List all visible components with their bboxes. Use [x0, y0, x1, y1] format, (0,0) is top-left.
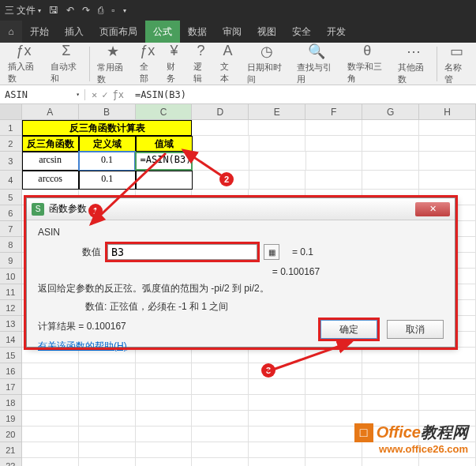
annotation-1: 1 [88, 204, 103, 218]
col-header[interactable]: A [22, 104, 79, 119]
row-header[interactable]: 14 [0, 332, 22, 348]
annotation-2: 2 [219, 172, 234, 186]
print-icon[interactable]: ⎙ [98, 5, 103, 16]
cell-a4[interactable]: arccos [22, 171, 79, 190]
formula-input[interactable]: =ASIN(B3) [130, 89, 476, 100]
select-all-corner[interactable] [0, 104, 22, 119]
param-input[interactable] [107, 244, 257, 260]
row-header[interactable]: 11 [0, 284, 22, 300]
function-description: 返回给定参数的反正弦。弧度值的范围为 -pi/2 到 pi/2。 [38, 282, 444, 295]
row-header[interactable]: 1 [0, 120, 22, 136]
math-fn-button[interactable]: θ数学和三角 [343, 43, 392, 85]
tab-insert[interactable]: 插入 [57, 21, 92, 43]
function-name: ASIN [38, 227, 444, 238]
col-header[interactable]: H [419, 104, 476, 119]
tab-layout[interactable]: 页面布局 [92, 21, 145, 43]
tab-review[interactable]: 审阅 [215, 21, 249, 43]
spreadsheet-grid[interactable]: 1 反三角函数计算表 2 反三角函数 定义域 值域 3 arcsin 0.1 =… [0, 120, 476, 190]
all-fn-button[interactable]: ƒx全部 [135, 43, 160, 85]
col-header[interactable]: B [79, 104, 136, 119]
close-button[interactable]: ✕ [415, 202, 450, 216]
cancel-formula-icon[interactable]: ✕ [92, 89, 97, 100]
row-header[interactable]: 13 [0, 316, 22, 332]
formula-result: = 0.100167 [148, 266, 444, 277]
row-header[interactable]: 7 [0, 221, 22, 237]
tab-security[interactable]: 安全 [284, 21, 319, 43]
undo-icon[interactable]: ↶ [66, 5, 74, 16]
name-manager-button[interactable]: ▭名称管 [440, 43, 473, 85]
fx-icon: ƒx [16, 43, 31, 59]
row-header[interactable]: 22 [0, 458, 22, 466]
tag-icon: ▭ [450, 43, 463, 60]
table-header[interactable]: 定义域 [79, 136, 136, 152]
col-header[interactable]: C [136, 104, 193, 119]
row-header[interactable]: 15 [0, 348, 22, 363]
row-header[interactable]: 19 [0, 411, 22, 427]
logic-fn-button[interactable]: ?逻辑 [189, 43, 214, 85]
ribbon-tabs: ⌂ 开始 插入 页面布局 公式 数据 审阅 视图 安全 开发 [0, 21, 476, 43]
table-title[interactable]: 反三角函数计算表 [22, 120, 193, 136]
cell-b4[interactable]: 0.1 [79, 171, 136, 190]
row-header[interactable]: 2 [0, 136, 22, 152]
file-menu[interactable]: 三 文件▾ [5, 4, 41, 17]
row-header[interactable]: 9 [0, 253, 22, 269]
dots-icon: ⋯ [407, 43, 421, 60]
lookup-fn-button[interactable]: 🔍查找与引用 [292, 43, 341, 85]
help-link[interactable]: 有关该函数的帮助(H) [38, 340, 127, 351]
row-header[interactable]: 6 [0, 205, 22, 221]
tab-dev[interactable]: 开发 [319, 21, 354, 43]
redo-icon[interactable]: ↷ [82, 5, 90, 16]
row-header[interactable]: 20 [0, 427, 22, 442]
col-header[interactable]: F [305, 104, 362, 119]
cell-b3[interactable]: 0.1 [79, 152, 136, 171]
row-header[interactable]: 17 [0, 379, 22, 395]
sigma-icon: Σ [62, 43, 70, 59]
insert-function-button[interactable]: ƒx插入函数 [3, 43, 44, 85]
autosum-button[interactable]: Σ自动求和 [46, 43, 87, 85]
cell-a3[interactable]: arcsin [22, 152, 79, 171]
col-header[interactable]: D [192, 104, 249, 119]
preview-icon[interactable]: ▫ [111, 5, 114, 16]
function-arguments-dialog: S 函数参数 ✕ ASIN 数值 ▦ = 0.1 = 0.100167 返回给定… [26, 197, 455, 348]
col-header[interactable]: G [362, 104, 419, 119]
row-header[interactable]: 18 [0, 395, 22, 411]
theta-icon: θ [363, 43, 371, 59]
fx-icon: ƒx [140, 43, 155, 59]
other-fn-button[interactable]: ⋯其他函数 [393, 43, 434, 85]
cell-c4[interactable] [136, 171, 193, 190]
row-header[interactable]: 12 [0, 300, 22, 316]
row-header[interactable]: 8 [0, 237, 22, 253]
table-header[interactable]: 值域 [136, 136, 193, 152]
tab-view[interactable]: 视图 [249, 21, 284, 43]
clock-icon: ◷ [260, 43, 273, 60]
tab-data[interactable]: 数据 [180, 21, 215, 43]
row-header[interactable]: 21 [0, 442, 22, 458]
range-selector-button[interactable]: ▦ [264, 244, 279, 260]
col-header[interactable]: E [249, 104, 305, 119]
row-header[interactable]: 3 [0, 152, 22, 171]
common-fn-button[interactable]: ★常用函数 [92, 43, 133, 85]
finance-fn-button[interactable]: ¥财务 [162, 43, 187, 85]
table-header[interactable]: 反三角函数 [22, 136, 79, 152]
text-fn-button[interactable]: A文本 [216, 43, 241, 85]
row-header[interactable]: 16 [0, 363, 22, 379]
row-header[interactable]: 5 [0, 190, 22, 205]
row-header[interactable]: 10 [0, 269, 22, 284]
cell-c3-active[interactable]: =ASIN(B3) [135, 152, 192, 171]
accept-formula-icon[interactable]: ✓ [102, 89, 107, 100]
chevron-down-icon: ▾ [76, 91, 80, 98]
chevron-down-icon[interactable]: ▾ [123, 7, 126, 14]
home-icon[interactable]: ⌂ [0, 21, 22, 43]
name-box[interactable]: ASIN▾ [0, 89, 85, 100]
annotation-3: 3 [261, 363, 275, 378]
param-label: 数值 [69, 246, 101, 259]
datetime-fn-button[interactable]: ◷日期和时间 [242, 43, 291, 85]
row-header[interactable]: 4 [0, 171, 22, 190]
tab-start[interactable]: 开始 [22, 21, 57, 43]
ok-button[interactable]: 确定 [320, 320, 377, 339]
tab-formula[interactable]: 公式 [145, 21, 180, 43]
save-icon[interactable]: 🖫 [49, 5, 58, 16]
cancel-button[interactable]: 取消 [387, 320, 444, 339]
text-icon: A [223, 43, 233, 59]
fx-icon[interactable]: ƒx [112, 89, 123, 100]
